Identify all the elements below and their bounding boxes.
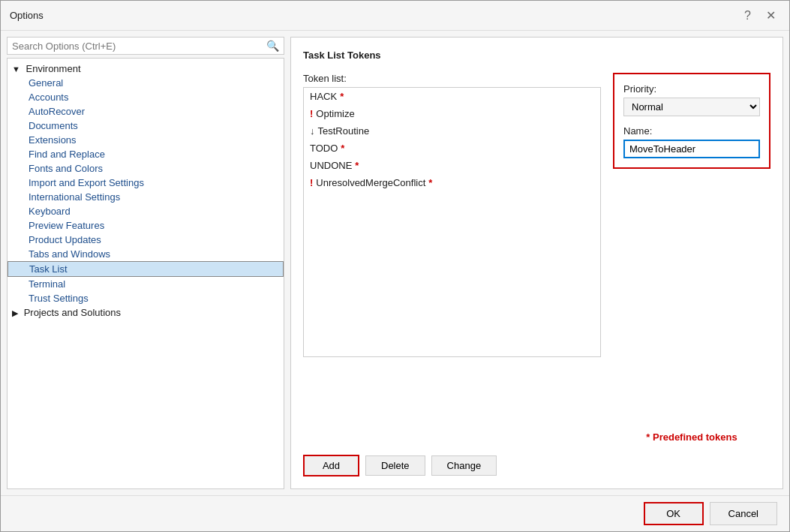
sidebar-item-task-list[interactable]: Task List (8, 261, 284, 277)
cancel-button[interactable]: Cancel (710, 502, 777, 525)
right-panel: Task List Tokens Token list: HACK * ! (290, 37, 783, 489)
sidebar-item-trust[interactable]: Trust Settings (8, 291, 284, 305)
dialog-title: Options (10, 10, 44, 21)
delete-button[interactable]: Delete (365, 455, 425, 476)
sidebar-item-keyboard[interactable]: Keyboard (8, 204, 284, 218)
sidebar-item-extensions[interactable]: Extensions (8, 133, 284, 147)
action-buttons-row: Add Delete Change (303, 455, 770, 476)
token-star-todo: * (341, 143, 344, 154)
sidebar-item-international[interactable]: International Settings (8, 190, 284, 204)
add-button[interactable]: Add (303, 455, 359, 476)
token-exclaim-optimize: ! (310, 108, 313, 119)
priority-section: Priority: Normal High Low Name: * (613, 73, 770, 443)
token-item-todo[interactable]: TODO * (304, 140, 600, 157)
token-list-section: Token list: HACK * ! Optimize (303, 73, 601, 443)
predefined-tokens-text: * Predefined tokens (613, 431, 770, 443)
token-item-hack[interactable]: HACK * (304, 88, 600, 105)
name-group: Name: (623, 125, 760, 158)
name-input[interactable] (623, 140, 760, 158)
search-input[interactable] (12, 41, 263, 52)
token-item-undone[interactable]: UNDONE * (304, 157, 600, 174)
priority-group: Priority: Normal High Low (623, 83, 760, 116)
token-star-unresolved: * (428, 177, 432, 188)
sidebar-item-documents[interactable]: Documents (8, 119, 284, 133)
token-arrow-testroutine: ↓ (310, 125, 315, 137)
sidebar-item-product-updates[interactable]: Product Updates (8, 233, 284, 247)
token-star-hack: * (340, 91, 344, 102)
token-label-testroutine: TestRoutine (318, 125, 370, 137)
token-label-undone: UNDONE (310, 160, 352, 171)
search-icon: 🔍 (266, 40, 279, 52)
sidebar-item-import-export[interactable]: Import and Export Settings (8, 176, 284, 190)
token-item-unresolved[interactable]: ! UnresolvedMergeConflict * (304, 174, 600, 191)
token-label-todo: TODO (310, 143, 338, 154)
ok-button[interactable]: OK (644, 502, 704, 525)
priority-select[interactable]: Normal High Low (623, 98, 760, 116)
options-dialog: Options ? ✕ 🔍 ▼ Environment General (0, 0, 790, 532)
title-bar: Options ? ✕ (1, 1, 789, 31)
tree-panel: ▼ Environment General Accounts AutoRecov… (7, 58, 284, 489)
change-button[interactable]: Change (431, 455, 497, 476)
sidebar-item-accounts[interactable]: Accounts (8, 90, 284, 104)
sidebar-item-autorecover[interactable]: AutoRecover (8, 104, 284, 119)
tree-projects[interactable]: ▶ Projects and Solutions (8, 305, 284, 320)
token-label-unresolved: UnresolvedMergeConflict (316, 177, 425, 188)
sidebar-item-tabs-windows[interactable]: Tabs and Windows (8, 247, 284, 261)
sidebar-item-terminal[interactable]: Terminal (8, 277, 284, 291)
close-button[interactable]: ✕ (761, 7, 780, 24)
token-label-hack: HACK (310, 91, 337, 102)
content-area: Token list: HACK * ! Optimize (303, 73, 770, 443)
token-item-testroutine[interactable]: ↓ TestRoutine (304, 122, 600, 140)
section-title: Task List Tokens (303, 50, 770, 61)
sidebar-item-preview[interactable]: Preview Features (8, 218, 284, 233)
tree-environment[interactable]: ▼ Environment (8, 62, 284, 76)
token-label-optimize: Optimize (316, 108, 354, 119)
collapse-right-arrow: ▶ (12, 308, 18, 318)
token-list-label: Token list: (303, 73, 601, 84)
left-panel: 🔍 ▼ Environment General Accounts AutoRec… (7, 37, 284, 489)
token-exclaim-unresolved: ! (310, 177, 313, 188)
dialog-body: 🔍 ▼ Environment General Accounts AutoRec… (1, 31, 789, 495)
tree-projects-label: Projects and Solutions (24, 307, 121, 318)
priority-box: Priority: Normal High Low Name: (613, 73, 770, 169)
dialog-footer: OK Cancel (1, 495, 789, 531)
sidebar-item-general[interactable]: General (8, 76, 284, 90)
tree-environment-label: Environment (26, 63, 81, 74)
sidebar-item-find-replace[interactable]: Find and Replace (8, 147, 284, 161)
search-box[interactable]: 🔍 (7, 37, 284, 55)
name-label: Name: (623, 125, 760, 137)
token-item-optimize[interactable]: ! Optimize (304, 105, 600, 122)
token-star-undone: * (355, 160, 359, 171)
sidebar-item-fonts-colors[interactable]: Fonts and Colors (8, 161, 284, 176)
title-bar-controls: ? ✕ (740, 7, 780, 24)
token-list-box[interactable]: HACK * ! Optimize ↓ TestRoutine (303, 87, 601, 357)
help-button[interactable]: ? (740, 8, 755, 24)
collapse-arrow: ▼ (12, 65, 20, 74)
priority-label: Priority: (623, 83, 760, 95)
